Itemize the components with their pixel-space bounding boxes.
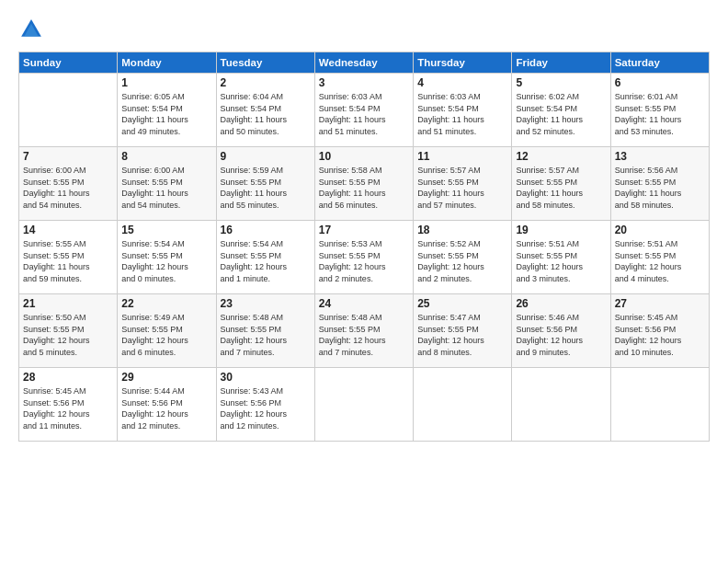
day-number: 12	[516, 150, 606, 163]
day-info: Sunrise: 5:53 AM Sunset: 5:55 PM Dayligh…	[319, 238, 409, 284]
day-cell: 9Sunrise: 5:59 AM Sunset: 5:55 PM Daylig…	[216, 147, 314, 221]
col-header-monday: Monday	[118, 52, 216, 74]
day-info: Sunrise: 6:03 AM Sunset: 5:54 PM Dayligh…	[417, 91, 507, 137]
col-header-wednesday: Wednesday	[314, 52, 413, 74]
day-info: Sunrise: 5:45 AM Sunset: 5:56 PM Dayligh…	[615, 312, 705, 358]
day-cell: 27Sunrise: 5:45 AM Sunset: 5:56 PM Dayli…	[610, 294, 709, 368]
day-cell: 11Sunrise: 5:57 AM Sunset: 5:55 PM Dayli…	[414, 147, 512, 221]
day-info: Sunrise: 5:59 AM Sunset: 5:55 PM Dayligh…	[221, 165, 311, 211]
day-number: 15	[121, 224, 211, 236]
day-number: 4	[417, 76, 507, 89]
day-number: 17	[319, 224, 409, 236]
day-number: 9	[221, 150, 311, 163]
day-cell: 8Sunrise: 6:00 AM Sunset: 5:55 PM Daylig…	[118, 147, 216, 221]
header-row: SundayMondayTuesdayWednesdayThursdayFrid…	[19, 52, 710, 74]
day-number: 13	[615, 150, 705, 163]
day-number: 16	[221, 224, 311, 236]
day-number: 29	[121, 371, 211, 384]
day-number: 27	[615, 297, 705, 310]
day-info: Sunrise: 5:57 AM Sunset: 5:55 PM Dayligh…	[516, 165, 606, 211]
day-cell: 16Sunrise: 5:54 AM Sunset: 5:55 PM Dayli…	[216, 221, 314, 294]
day-info: Sunrise: 5:45 AM Sunset: 5:56 PM Dayligh…	[23, 385, 113, 431]
day-cell	[314, 368, 413, 442]
day-cell: 19Sunrise: 5:51 AM Sunset: 5:55 PM Dayli…	[512, 221, 610, 294]
day-cell: 17Sunrise: 5:53 AM Sunset: 5:55 PM Dayli…	[314, 221, 413, 294]
logo	[18, 17, 48, 42]
page: SundayMondayTuesdayWednesdayThursdayFrid…	[0, 0, 728, 563]
day-number: 24	[319, 297, 409, 310]
day-cell	[610, 368, 709, 442]
day-number: 2	[221, 76, 311, 89]
day-number: 14	[23, 224, 113, 236]
week-row-1: 1Sunrise: 6:05 AM Sunset: 5:54 PM Daylig…	[19, 74, 710, 147]
day-info: Sunrise: 6:00 AM Sunset: 5:55 PM Dayligh…	[23, 165, 113, 211]
day-number: 21	[23, 297, 113, 310]
day-cell: 1Sunrise: 6:05 AM Sunset: 5:54 PM Daylig…	[118, 74, 216, 147]
day-number: 18	[417, 224, 507, 236]
day-cell: 10Sunrise: 5:58 AM Sunset: 5:55 PM Dayli…	[314, 147, 413, 221]
day-cell: 28Sunrise: 5:45 AM Sunset: 5:56 PM Dayli…	[19, 368, 118, 442]
day-number: 11	[417, 150, 507, 163]
day-cell: 12Sunrise: 5:57 AM Sunset: 5:55 PM Dayli…	[512, 147, 610, 221]
week-row-5: 28Sunrise: 5:45 AM Sunset: 5:56 PM Dayli…	[19, 368, 710, 442]
header	[18, 17, 710, 42]
day-cell: 25Sunrise: 5:47 AM Sunset: 5:55 PM Dayli…	[414, 294, 512, 368]
day-info: Sunrise: 5:51 AM Sunset: 5:55 PM Dayligh…	[516, 238, 606, 284]
day-number: 6	[615, 76, 705, 89]
day-info: Sunrise: 5:54 AM Sunset: 5:55 PM Dayligh…	[121, 238, 211, 284]
day-cell: 6Sunrise: 6:01 AM Sunset: 5:55 PM Daylig…	[610, 74, 709, 147]
day-number: 5	[516, 76, 606, 89]
day-info: Sunrise: 5:50 AM Sunset: 5:55 PM Dayligh…	[23, 312, 113, 358]
day-number: 1	[121, 76, 211, 89]
day-info: Sunrise: 5:48 AM Sunset: 5:55 PM Dayligh…	[319, 312, 409, 358]
day-cell: 14Sunrise: 5:55 AM Sunset: 5:55 PM Dayli…	[19, 221, 118, 294]
day-info: Sunrise: 5:47 AM Sunset: 5:55 PM Dayligh…	[417, 312, 507, 358]
day-number: 20	[615, 224, 705, 236]
day-info: Sunrise: 5:56 AM Sunset: 5:55 PM Dayligh…	[615, 165, 705, 211]
col-header-thursday: Thursday	[414, 52, 512, 74]
day-number: 10	[319, 150, 409, 163]
day-cell: 7Sunrise: 6:00 AM Sunset: 5:55 PM Daylig…	[19, 147, 118, 221]
day-number: 8	[121, 150, 211, 163]
day-info: Sunrise: 6:01 AM Sunset: 5:55 PM Dayligh…	[615, 91, 705, 137]
day-cell: 13Sunrise: 5:56 AM Sunset: 5:55 PM Dayli…	[610, 147, 709, 221]
day-cell: 26Sunrise: 5:46 AM Sunset: 5:56 PM Dayli…	[512, 294, 610, 368]
col-header-friday: Friday	[512, 52, 610, 74]
day-info: Sunrise: 5:52 AM Sunset: 5:55 PM Dayligh…	[417, 238, 507, 284]
week-row-2: 7Sunrise: 6:00 AM Sunset: 5:55 PM Daylig…	[19, 147, 710, 221]
day-number: 30	[221, 371, 311, 384]
col-header-saturday: Saturday	[610, 52, 709, 74]
day-info: Sunrise: 5:46 AM Sunset: 5:56 PM Dayligh…	[516, 312, 606, 358]
day-cell: 4Sunrise: 6:03 AM Sunset: 5:54 PM Daylig…	[414, 74, 512, 147]
day-info: Sunrise: 5:43 AM Sunset: 5:56 PM Dayligh…	[221, 385, 311, 431]
day-cell: 5Sunrise: 6:02 AM Sunset: 5:54 PM Daylig…	[512, 74, 610, 147]
week-row-4: 21Sunrise: 5:50 AM Sunset: 5:55 PM Dayli…	[19, 294, 710, 368]
day-cell: 22Sunrise: 5:49 AM Sunset: 5:55 PM Dayli…	[118, 294, 216, 368]
day-cell: 18Sunrise: 5:52 AM Sunset: 5:55 PM Dayli…	[414, 221, 512, 294]
day-info: Sunrise: 5:54 AM Sunset: 5:55 PM Dayligh…	[221, 238, 311, 284]
week-row-3: 14Sunrise: 5:55 AM Sunset: 5:55 PM Dayli…	[19, 221, 710, 294]
day-info: Sunrise: 6:02 AM Sunset: 5:54 PM Dayligh…	[516, 91, 606, 137]
day-number: 23	[221, 297, 311, 310]
day-number: 19	[516, 224, 606, 236]
day-number: 28	[23, 371, 113, 384]
day-cell: 20Sunrise: 5:51 AM Sunset: 5:55 PM Dayli…	[610, 221, 709, 294]
day-info: Sunrise: 6:04 AM Sunset: 5:54 PM Dayligh…	[221, 91, 311, 137]
day-cell	[19, 74, 118, 147]
day-info: Sunrise: 5:55 AM Sunset: 5:55 PM Dayligh…	[23, 238, 113, 284]
day-info: Sunrise: 5:57 AM Sunset: 5:55 PM Dayligh…	[417, 165, 507, 211]
day-cell: 2Sunrise: 6:04 AM Sunset: 5:54 PM Daylig…	[216, 74, 314, 147]
day-cell: 21Sunrise: 5:50 AM Sunset: 5:55 PM Dayli…	[19, 294, 118, 368]
day-number: 26	[516, 297, 606, 310]
col-header-sunday: Sunday	[19, 52, 118, 74]
day-info: Sunrise: 6:03 AM Sunset: 5:54 PM Dayligh…	[319, 91, 409, 137]
day-cell: 29Sunrise: 5:44 AM Sunset: 5:56 PM Dayli…	[118, 368, 216, 442]
day-cell: 15Sunrise: 5:54 AM Sunset: 5:55 PM Dayli…	[118, 221, 216, 294]
calendar-table: SundayMondayTuesdayWednesdayThursdayFrid…	[18, 52, 710, 442]
day-cell	[414, 368, 512, 442]
day-info: Sunrise: 5:44 AM Sunset: 5:56 PM Dayligh…	[121, 385, 211, 431]
day-cell: 3Sunrise: 6:03 AM Sunset: 5:54 PM Daylig…	[314, 74, 413, 147]
day-info: Sunrise: 5:58 AM Sunset: 5:55 PM Dayligh…	[319, 165, 409, 211]
day-number: 7	[23, 150, 113, 163]
logo-icon	[18, 17, 44, 42]
